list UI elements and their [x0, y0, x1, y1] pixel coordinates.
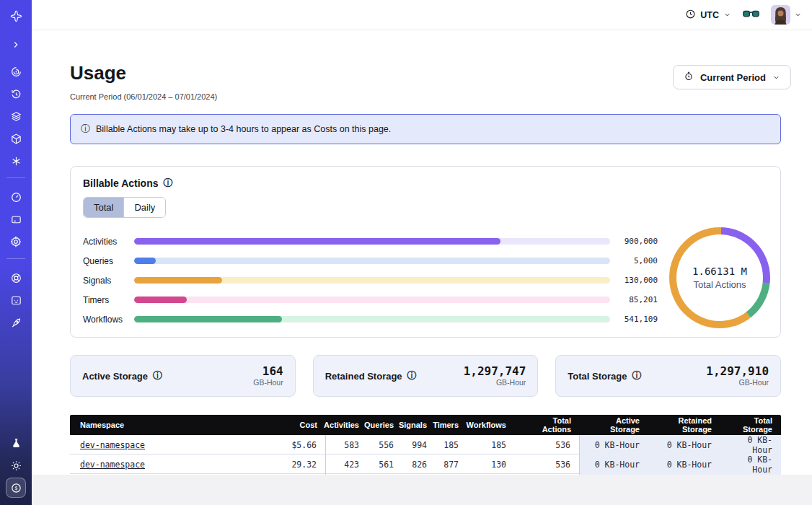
bar-track [134, 277, 610, 284]
svg-text:$: $ [14, 485, 17, 491]
namespace-link[interactable]: dev-namespace [80, 440, 145, 450]
timezone-selector[interactable]: UTC [685, 9, 731, 22]
user-menu[interactable] [771, 5, 802, 25]
storage-unit: GB-Hour [253, 378, 283, 387]
bar-track [134, 297, 610, 303]
col-header-total-actions: Total Actions [515, 415, 580, 435]
bar-fill [134, 277, 222, 284]
period-button-label: Current Period [700, 72, 766, 83]
storage-unit: GB-Hour [464, 378, 526, 387]
bar-label: Signals [83, 276, 134, 286]
labs-flask-icon[interactable] [6, 433, 26, 453]
support-lifebuoy-icon[interactable] [6, 268, 26, 288]
storage-card-label: Active Storage ⓘ [82, 369, 162, 382]
bar-row-timers: Timers 85,201 [83, 290, 660, 309]
billable-actions-title-text: Billable Actions [83, 177, 159, 189]
sidebar: $ [0, 0, 32, 505]
col-header-namespace: Namespace [70, 415, 254, 435]
namespace-link[interactable]: dev-namespace [80, 460, 145, 470]
info-icon[interactable]: ⓘ [153, 369, 162, 382]
pricing-coin-icon[interactable]: $ [6, 478, 26, 498]
info-banner: ⓘ Billable Actions may take up to 3-4 ho… [70, 114, 781, 144]
period-dropdown-button[interactable]: Current Period [673, 65, 791, 89]
settings-gear-icon[interactable] [6, 232, 26, 252]
donut-total-label: Total Actions [694, 279, 746, 290]
bar-label: Timers [83, 295, 134, 305]
storage-label-text: Retained Storage [325, 371, 402, 382]
donut-total-value: 1.66131 M [692, 265, 747, 277]
expand-chevron-icon[interactable] [6, 35, 26, 55]
bar-row-queries: Queries 5,000 [83, 251, 660, 271]
retained-storage-card: Retained Storage ⓘ 1,297,747 GB-Hour [313, 355, 539, 397]
col-header-timers: Timers [436, 415, 467, 435]
bar-track [134, 258, 610, 264]
workflows-cell: 130 [467, 454, 515, 475]
col-header-cost: Cost [254, 415, 326, 435]
billable-actions-title: Billable Actions ⓘ [83, 177, 173, 190]
storage-unit: GB-Hour [706, 378, 769, 387]
total-storage-cell: 0 KB-Hour [720, 435, 781, 455]
billable-actions-card: Billable Actions ⓘ Total Daily Activitie… [70, 166, 781, 338]
bar-track [134, 238, 610, 245]
banner-text: Billable Actions may take up to 3-4 hour… [96, 124, 391, 134]
active-storage-cell: 0 KB-Hour [580, 435, 648, 455]
namespaces-spiral-icon[interactable] [6, 61, 26, 82]
info-icon[interactable]: ⓘ [81, 123, 90, 136]
bar-row-signals: Signals 130,000 [83, 271, 660, 290]
bar-value: 900,000 [617, 237, 658, 246]
chevron-down-icon [772, 74, 780, 82]
bar-label: Activities [83, 237, 134, 247]
col-header-active-storage: Active Storage [580, 415, 648, 435]
cost-cell: 29.32 [254, 454, 326, 475]
feedback-terminal-icon[interactable] [6, 290, 26, 310]
getting-started-rocket-icon[interactable] [6, 312, 26, 333]
col-header-retained-storage: Retained Storage [648, 415, 720, 435]
clock-icon [685, 9, 696, 22]
total-actions-cell: 536 [515, 454, 580, 475]
bar-fill [134, 258, 156, 264]
bar-track [134, 316, 610, 322]
glasses-icon[interactable] [743, 9, 759, 22]
bar-row-workflows: Workflows 541,109 [83, 309, 660, 329]
sidebar-divider [6, 177, 25, 178]
col-header-signals: Signals [402, 415, 436, 435]
total-actions-donut: 1.66131 M Total Actions [669, 227, 770, 328]
theme-sun-icon[interactable] [6, 455, 26, 475]
layers-icon[interactable] [6, 106, 26, 126]
bar-value: 5,000 [617, 256, 658, 265]
main-content: Usage Current Period (06/01/2024 – 07/01… [32, 30, 812, 505]
usage-gauge-icon[interactable] [6, 187, 26, 207]
table-row[interactable]: dev-namespace $5.66 583 556 994 185 185 … [70, 435, 781, 454]
timers-cell: 877 [436, 454, 467, 475]
queries-cell: 561 [368, 454, 402, 475]
storage-label-text: Active Storage [82, 371, 148, 382]
storage-card-label: Retained Storage ⓘ [325, 369, 417, 382]
info-icon[interactable]: ⓘ [632, 369, 641, 382]
bar-label: Queries [83, 256, 134, 266]
asterisk-icon[interactable] [6, 151, 26, 171]
page-subtitle: Current Period (06/01/2024 – 07/01/2024) [70, 92, 217, 101]
tab-daily[interactable]: Daily [123, 198, 165, 217]
billing-card-icon[interactable] [6, 209, 26, 229]
workflows-cell: 185 [467, 435, 515, 455]
table-header-row: Namespace Cost Activities Queries Signal… [70, 415, 781, 435]
page-title: Usage [70, 62, 126, 84]
col-header-workflows: Workflows [467, 415, 515, 435]
history-clock-icon[interactable] [6, 84, 26, 104]
donut-center: 1.66131 M Total Actions [676, 234, 763, 321]
activities-cell: 423 [326, 454, 368, 475]
info-icon[interactable]: ⓘ [164, 177, 173, 190]
info-icon[interactable]: ⓘ [407, 369, 417, 382]
avatar [771, 5, 790, 25]
table-row[interactable]: dev-namespace 29.32 423 561 826 877 130 … [70, 454, 781, 474]
stopwatch-icon [684, 71, 694, 84]
storage-cards: Active Storage ⓘ 164 GB-Hour Retained St… [70, 355, 781, 397]
bar-value: 541,109 [617, 315, 658, 324]
timezone-label: UTC [700, 10, 719, 20]
temporal-logo-icon[interactable] [6, 6, 26, 26]
deployments-cube-icon[interactable] [6, 128, 26, 149]
col-header-total-storage: Total Storage [720, 415, 781, 435]
tab-total[interactable]: Total [84, 198, 123, 217]
bar-label: Workflows [83, 315, 134, 325]
active-storage-cell: 0 KB-Hour [580, 454, 648, 475]
